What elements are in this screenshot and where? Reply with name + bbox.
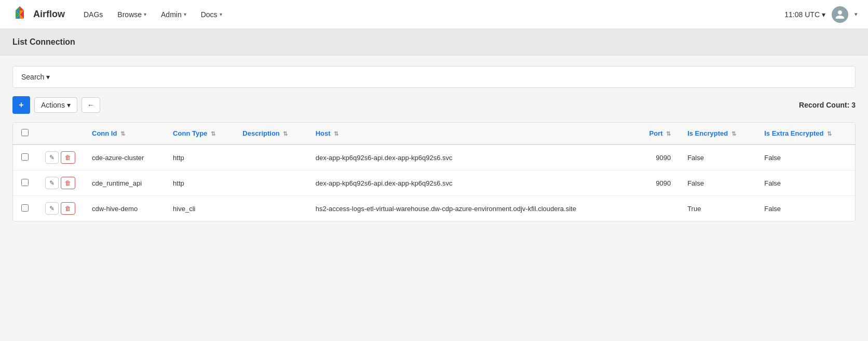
- row3-port: [634, 196, 679, 221]
- row2-edit-button[interactable]: ✎: [45, 177, 59, 189]
- row1-conn-type: http: [165, 145, 234, 170]
- add-button[interactable]: +: [12, 96, 30, 114]
- page-header: List Connection: [0, 29, 868, 56]
- row2-checkbox[interactable]: [21, 179, 29, 186]
- navbar-right: 11:08 UTC ▾ ▾: [784, 6, 858, 23]
- row3-actions-cell: ✎ 🗑: [37, 196, 84, 221]
- brand-link[interactable]: Airflow: [10, 5, 65, 24]
- sort-conn-id-icon: ⇅: [120, 130, 125, 137]
- navbar: Airflow DAGs Browse ▾ Admin ▾ Docs ▾ 11:…: [0, 0, 868, 29]
- row2-checkbox-cell: [13, 170, 37, 196]
- search-label: Search: [21, 73, 44, 81]
- row3-description: [234, 196, 307, 221]
- row2-delete-button[interactable]: 🗑: [61, 177, 75, 189]
- row3-actions: ✎ 🗑: [45, 202, 75, 215]
- search-button[interactable]: Search ▾: [21, 73, 50, 81]
- row2-port: 9090: [634, 170, 679, 196]
- row1-delete-button[interactable]: 🗑: [61, 151, 75, 164]
- user-avatar[interactable]: [832, 6, 848, 23]
- airflow-logo-icon: [10, 5, 29, 24]
- row3-is-extra-encrypted: False: [756, 196, 855, 221]
- record-count: Record Count: 3: [799, 101, 856, 109]
- col-is-extra-encrypted[interactable]: Is Extra Encrypted ⇅: [756, 123, 855, 145]
- row2-conn-id: cde_runtime_api: [84, 170, 165, 196]
- connections-table: Conn Id ⇅ Conn Type ⇅ Description ⇅ Host…: [12, 122, 856, 221]
- table-row: ✎ 🗑 cdw-hive-demo hive_cli hs2-access-lo…: [13, 196, 855, 221]
- row1-description: [234, 145, 307, 170]
- col-host[interactable]: Host ⇅: [307, 123, 634, 145]
- edit-icon: ✎: [49, 205, 55, 212]
- toolbar: + Actions ▾ ← Record Count: 3: [12, 96, 856, 114]
- back-icon: ←: [87, 101, 94, 109]
- row2-description: [234, 170, 307, 196]
- nav-item-docs[interactable]: Docs ▾: [195, 6, 228, 23]
- sort-encrypted-icon: ⇅: [731, 130, 736, 137]
- row3-conn-type: hive_cli: [165, 196, 234, 221]
- row1-port: 9090: [634, 145, 679, 170]
- sort-host-icon: ⇅: [334, 130, 338, 137]
- search-chevron-icon: ▾: [46, 73, 50, 81]
- browse-chevron-icon: ▾: [144, 11, 146, 17]
- header-row: Conn Id ⇅ Conn Type ⇅ Description ⇅ Host…: [13, 123, 855, 145]
- col-conn-id[interactable]: Conn Id ⇅: [84, 123, 165, 145]
- table-row: ✎ 🗑 cde_runtime_api http dex-app-kp6q92s…: [13, 170, 855, 196]
- col-is-encrypted[interactable]: Is Encrypted ⇅: [679, 123, 756, 145]
- page-title: List Connection: [12, 37, 75, 46]
- trash-icon: 🗑: [65, 205, 71, 212]
- user-icon: [835, 9, 845, 20]
- row2-actions: ✎ 🗑: [45, 177, 75, 189]
- col-conn-type[interactable]: Conn Type ⇅: [165, 123, 234, 145]
- row1-checkbox-cell: [13, 145, 37, 170]
- row3-conn-id: cdw-hive-demo: [84, 196, 165, 221]
- user-chevron-icon: ▾: [855, 11, 858, 18]
- time-chevron-icon: ▾: [822, 10, 825, 19]
- row1-edit-button[interactable]: ✎: [45, 151, 59, 164]
- nav-item-browse[interactable]: Browse ▾: [111, 6, 153, 23]
- row1-conn-id: cde-azure-cluster: [84, 145, 165, 170]
- admin-chevron-icon: ▾: [184, 11, 186, 17]
- nav-links: DAGs Browse ▾ Admin ▾ Docs ▾: [77, 6, 772, 23]
- back-button[interactable]: ←: [82, 97, 100, 113]
- col-port[interactable]: Port ⇅: [634, 123, 679, 145]
- table-body: ✎ 🗑 cde-azure-cluster http dex-app-kp6q9…: [13, 145, 855, 221]
- sort-description-icon: ⇅: [283, 130, 288, 137]
- action-col-header: [37, 123, 84, 145]
- select-all-checkbox[interactable]: [21, 129, 29, 136]
- row1-actions-cell: ✎ 🗑: [37, 145, 84, 170]
- nav-item-admin[interactable]: Admin ▾: [155, 6, 193, 23]
- svg-marker-0: [20, 6, 24, 10]
- actions-button[interactable]: Actions ▾: [34, 97, 77, 113]
- row3-checkbox[interactable]: [21, 204, 29, 212]
- row1-actions: ✎ 🗑: [45, 151, 75, 164]
- sort-conn-type-icon: ⇅: [211, 130, 215, 137]
- docs-chevron-icon: ▾: [220, 11, 222, 17]
- brand-label: Airflow: [33, 9, 65, 20]
- row1-host: dex-app-kp6q92s6-api.dex-app-kp6q92s6.sv…: [307, 145, 634, 170]
- row3-delete-button[interactable]: 🗑: [61, 202, 75, 215]
- row2-conn-type: http: [165, 170, 234, 196]
- row2-actions-cell: ✎ 🗑: [37, 170, 84, 196]
- row1-checkbox[interactable]: [21, 153, 29, 161]
- row3-is-encrypted: True: [679, 196, 756, 221]
- sort-extra-encrypted-icon: ⇅: [827, 130, 832, 137]
- table-header: Conn Id ⇅ Conn Type ⇅ Description ⇅ Host…: [13, 123, 855, 145]
- time-display[interactable]: 11:08 UTC ▾: [784, 10, 825, 19]
- row2-is-encrypted: False: [679, 170, 756, 196]
- nav-item-dags[interactable]: DAGs: [77, 6, 109, 23]
- actions-chevron-icon: ▾: [67, 101, 71, 109]
- actions-label: Actions: [41, 101, 65, 109]
- time-value: 11:08 UTC: [784, 10, 820, 19]
- row3-edit-button[interactable]: ✎: [45, 202, 59, 215]
- col-description[interactable]: Description ⇅: [234, 123, 307, 145]
- row2-host: dex-app-kp6q92s6-api.dex-app-kp6q92s6.sv…: [307, 170, 634, 196]
- edit-icon: ✎: [49, 179, 55, 187]
- select-all-col: [13, 123, 37, 145]
- row3-checkbox-cell: [13, 196, 37, 221]
- search-container: Search ▾: [12, 66, 856, 88]
- trash-icon: 🗑: [65, 179, 71, 187]
- trash-icon: 🗑: [65, 154, 71, 161]
- row1-is-extra-encrypted: False: [756, 145, 855, 170]
- main-content: Search ▾ + Actions ▾ ← Record Count: 3: [0, 56, 868, 232]
- table: Conn Id ⇅ Conn Type ⇅ Description ⇅ Host…: [13, 123, 855, 221]
- row1-is-encrypted: False: [679, 145, 756, 170]
